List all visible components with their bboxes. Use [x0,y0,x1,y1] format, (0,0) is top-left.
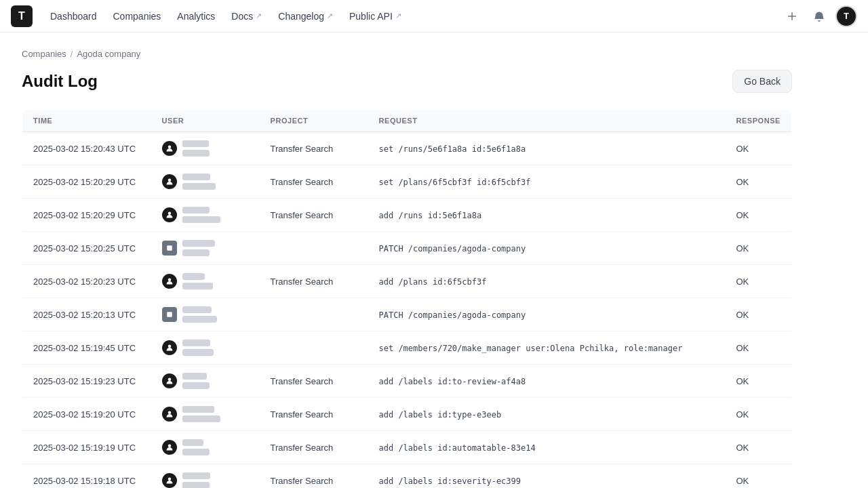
user-name-line2 [182,382,210,389]
user-name-line2 [182,482,210,488]
cell-user [151,265,260,298]
user-name-line1 [182,472,210,479]
cell-request: add /runs id:5e6f1a8a [368,199,726,232]
user-avatar-small [162,207,177,222]
main-content: Companies / Agoda company Audit Log Go B… [0,33,814,488]
svg-point-1 [167,179,171,182]
logo[interactable]: T [11,5,33,27]
user-name-line1 [182,240,215,247]
svg-point-0 [167,146,171,149]
svg-point-7 [167,378,171,382]
user-name-line2 [182,249,210,256]
nav-public-api[interactable]: Public API ↗ [342,7,408,26]
col-header-request: REQUEST [368,110,726,132]
user-name-line2 [182,449,210,455]
page-header: Audit Log Go Back [22,70,792,93]
cell-user [151,298,260,331]
cell-project [260,232,368,265]
nav-docs[interactable]: Docs ↗ [224,7,269,26]
cell-request: PATCH /companies/agoda-company [368,232,726,265]
cell-request: set /runs/5e6f1a8a id:5e6f1a8a [368,132,726,165]
cell-project: Transfer Search [260,365,368,398]
external-link-icon: ↗ [256,12,262,20]
user-name-line2 [182,150,210,157]
cell-user [151,232,260,265]
cell-project: Transfer Search [260,265,368,298]
notifications-button[interactable] [808,5,830,27]
user-name-line1 [182,140,209,147]
cell-request: add /labels id:to-review-af4a8 [368,365,726,398]
table-row: 2025-03-02 15:20:29 UTCTransfer Searchad… [22,199,792,232]
table-row: 2025-03-02 15:19:18 UTCTransfer Searchad… [22,464,792,489]
cell-user [151,464,260,489]
breadcrumb: Companies / Agoda company [22,49,792,59]
user-name-line2 [182,216,220,223]
svg-point-6 [167,345,171,348]
cell-time: 2025-03-02 15:19:45 UTC [22,331,151,365]
user-name-line1 [182,406,214,413]
nav-dashboard[interactable]: Dashboard [43,7,104,26]
cell-user [151,331,260,365]
nav-changelog[interactable]: Changelog ↗ [271,7,340,26]
cell-request: add /plans id:6f5cbf3f [368,265,726,298]
user-avatar-small [162,141,177,156]
cell-project: Transfer Search [260,199,368,232]
cell-request: set /plans/6f5cbf3f id:6f5cbf3f [368,165,726,199]
table-row: 2025-03-02 15:19:23 UTCTransfer Searchad… [22,365,792,398]
table-row: 2025-03-02 15:19:19 UTCTransfer Searchad… [22,431,792,464]
user-avatar-small [162,473,177,488]
cell-request: set /members/720/make_manager user:Olena… [368,331,726,365]
svg-rect-3 [167,245,172,251]
go-back-button[interactable]: Go Back [732,70,792,93]
cell-user [151,165,260,199]
page-title: Audit Log [22,72,98,91]
cell-user [151,132,260,165]
user-name-line2 [182,349,214,356]
nav-analytics[interactable]: Analytics [170,7,222,26]
user-avatar-small [162,340,177,355]
nav-companies[interactable]: Companies [106,7,168,26]
user-name-line1 [182,273,205,280]
user-name-line2 [182,316,217,323]
cell-project [260,331,368,365]
cell-project [260,298,368,331]
user-name-line1 [182,174,210,180]
user-avatar[interactable]: T [835,5,857,27]
user-name-line1 [182,207,210,214]
cell-request: add /labels id:automatable-83e14 [368,431,726,464]
cell-response: OK [725,132,791,165]
cell-response: OK [725,199,791,232]
user-name-line2 [182,415,220,422]
cell-time: 2025-03-02 15:19:18 UTC [22,464,151,489]
user-name-line2 [182,183,216,190]
user-name-line1 [182,306,212,313]
cell-project: Transfer Search [260,464,368,489]
table-row: 2025-03-02 15:19:20 UTCTransfer Searchad… [22,398,792,431]
add-button[interactable] [781,5,803,27]
nav-right-actions: T [781,5,857,27]
svg-point-2 [167,212,171,216]
cell-time: 2025-03-02 15:20:13 UTC [22,298,151,331]
table-row: 2025-03-02 15:20:13 UTCPATCH /companies/… [22,298,792,331]
cell-project: Transfer Search [260,398,368,431]
cell-time: 2025-03-02 15:20:43 UTC [22,132,151,165]
cell-response: OK [725,232,791,265]
col-header-project: PROJECT [260,110,368,132]
user-avatar-small [162,174,177,189]
user-name-line1 [182,340,210,346]
cell-time: 2025-03-02 15:20:29 UTC [22,199,151,232]
user-avatar-small [162,274,177,289]
cell-time: 2025-03-02 15:20:23 UTC [22,265,151,298]
table-row: 2025-03-02 15:19:45 UTCset /members/720/… [22,331,792,365]
cell-response: OK [725,165,791,199]
cell-response: OK [725,331,791,365]
user-name-line1 [182,439,203,446]
user-avatar-small [162,307,177,322]
top-nav: T Dashboard Companies Analytics Docs ↗ C… [0,0,868,33]
svg-point-10 [167,478,171,481]
breadcrumb-companies[interactable]: Companies [22,49,66,59]
cell-project: Transfer Search [260,132,368,165]
svg-point-9 [167,445,171,448]
user-avatar-small [162,440,177,455]
cell-time: 2025-03-02 15:19:19 UTC [22,431,151,464]
